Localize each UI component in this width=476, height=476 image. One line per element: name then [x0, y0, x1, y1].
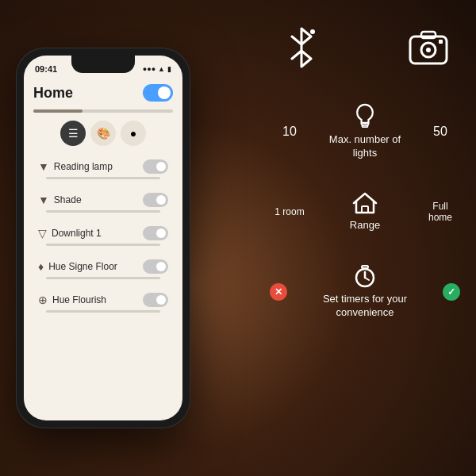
light-toggle[interactable] — [143, 226, 168, 240]
lights-min-value: 10 — [270, 125, 309, 139]
battery-icon: ▮ — [167, 65, 171, 73]
feature-timers-row: ✕ Set timers for your convenience ✓ — [270, 264, 460, 320]
lamp-icon: ⊕ — [38, 294, 48, 306]
list-item: ♦ Hue Signe Floor — [30, 253, 176, 284]
light-name: Shade — [54, 194, 82, 205]
palette-view-button[interactable]: 🎨 — [90, 121, 116, 146]
light-slider[interactable] — [46, 244, 160, 246]
range-left-value: 1 room — [270, 206, 309, 217]
light-toggle[interactable] — [143, 293, 168, 307]
svg-point-3 — [426, 48, 431, 52]
bluetooth-icon — [284, 27, 319, 68]
view-modes-row: ☰ 🎨 ● — [24, 116, 182, 151]
phone-screen: 09:41 ●●● ▲ ▮ Home ☰ 🎨 ● — [24, 56, 182, 420]
timers-feature-label: Set timers for your convenience — [317, 293, 413, 320]
status-icons: ●●● ▲ ▮ — [143, 65, 171, 73]
bulb-icon: ▼ — [38, 194, 49, 206]
light-toggle[interactable] — [143, 259, 168, 274]
svg-point-0 — [310, 29, 315, 34]
house-icon — [352, 192, 378, 214]
list-view-button[interactable]: ☰ — [60, 121, 86, 146]
light-name: Downlight 1 — [52, 228, 102, 239]
light-name: Hue Signe Floor — [48, 261, 117, 272]
light-name: Hue Flourish — [52, 294, 106, 305]
phone-mockup: 09:41 ●●● ▲ ▮ Home ☰ 🎨 ● — [16, 48, 190, 428]
list-item: ▽ Downlight 1 — [30, 220, 176, 251]
svg-rect-10 — [362, 266, 368, 268]
feature-range-row: 1 room Range Full home — [270, 192, 460, 232]
app-title: Home — [33, 85, 73, 102]
bluetooth-icon-container — [278, 24, 325, 71]
light-name: Reading lamp — [54, 161, 113, 172]
range-feature-label: Range — [350, 219, 380, 232]
feature-timers-center: Set timers for your convenience — [317, 264, 413, 320]
light-slider[interactable] — [46, 210, 160, 213]
svg-rect-5 — [439, 40, 443, 44]
info-panel: 10 Max. number of lights 50 1 room Range… — [254, 0, 476, 476]
home-brightness-slider[interactable] — [33, 109, 173, 113]
light-slider[interactable] — [46, 310, 160, 313]
top-icons-row — [278, 24, 452, 71]
camera-icon-container — [405, 24, 452, 71]
status-x-icon: ✕ — [270, 283, 287, 301]
signal-icon: ●●● — [143, 65, 155, 73]
light-toggle[interactable] — [143, 193, 168, 207]
light-slider[interactable] — [46, 277, 160, 279]
svg-rect-4 — [421, 32, 436, 38]
feature-range-center: Range — [317, 192, 413, 232]
lights-max-value: 50 — [420, 125, 460, 139]
lights-feature-label: Max. number of lights — [317, 133, 413, 160]
list-item: ▼ Shade — [30, 186, 176, 217]
feature-lights-center: Max. number of lights — [317, 103, 413, 160]
phone-frame: 09:41 ●●● ▲ ▮ Home ☰ 🎨 ● — [16, 48, 190, 428]
status-time: 09:41 — [35, 64, 57, 74]
wifi-icon: ▲ — [158, 65, 165, 73]
light-toggle[interactable] — [143, 159, 168, 174]
camera-icon — [409, 30, 448, 65]
status-check-icon: ✓ — [443, 283, 460, 301]
svg-rect-7 — [362, 125, 367, 128]
color-view-button[interactable]: ● — [121, 121, 146, 146]
list-item: ⊕ Hue Flourish — [30, 286, 176, 317]
lightbulb-icon — [354, 103, 376, 129]
home-toggle[interactable] — [143, 84, 173, 102]
range-right-value: Full home — [420, 201, 460, 223]
list-item: ▼ Reading lamp — [30, 153, 176, 184]
phone-notch — [71, 56, 135, 73]
bulb-icon: ▼ — [38, 160, 49, 173]
light-slider[interactable] — [46, 177, 160, 179]
downlight-icon: ▽ — [38, 227, 47, 240]
feature-lights-row: 10 Max. number of lights 50 — [270, 103, 460, 160]
app-header: Home — [24, 78, 182, 106]
floor-lamp-icon: ♦ — [38, 260, 44, 273]
timer-icon — [353, 264, 377, 288]
